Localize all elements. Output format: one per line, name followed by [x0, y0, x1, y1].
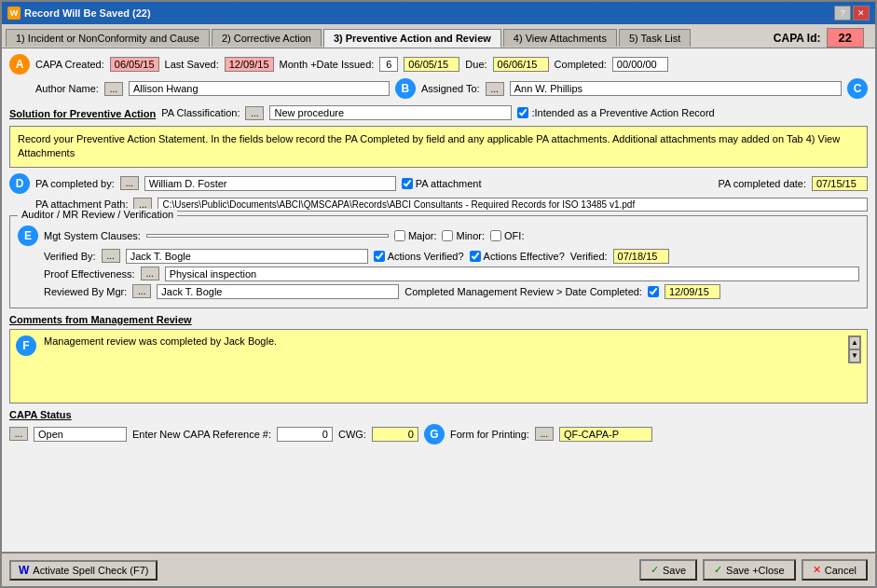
month-label: Month +Date Issued: — [280, 59, 375, 70]
spell-check-label: Activate Spell Check (F7) — [33, 565, 148, 576]
comments-scrollbar[interactable]: ▲ ▼ — [848, 335, 861, 363]
due-field[interactable]: 06/06/15 — [493, 57, 549, 72]
verified-label: Verified: — [570, 251, 608, 262]
save-close-button[interactable]: ✓ Save +Close — [703, 559, 796, 581]
reviewed-by-browse[interactable]: ... — [132, 284, 151, 298]
completed-field[interactable]: 00/00/00 — [612, 57, 668, 72]
mgt-system-label: Mgt System Clauses: — [44, 230, 141, 241]
status-field[interactable]: Open — [34, 427, 127, 442]
content-area: A CAPA Created: 06/05/15 Last Saved: 12/… — [2, 48, 875, 552]
save-button[interactable]: ✓ Save — [639, 559, 697, 581]
header-row-2: Author Name: ... Allison Hwang B Assigne… — [9, 78, 868, 99]
minor-checkbox[interactable] — [442, 230, 453, 241]
last-saved-field[interactable]: 12/09/15 — [225, 57, 274, 72]
actions-effective-label: Actions Effective? — [484, 251, 565, 262]
capa-status-header: CAPA Status — [9, 409, 868, 420]
pa-attachment-path-field[interactable]: C:\Users\Public\Documents\ABCI\QMSCAPA\R… — [158, 198, 868, 212]
proof-browse[interactable]: ... — [141, 267, 159, 280]
auditor-row-3: Proof Effectiveness: ... Physical inspec… — [18, 267, 859, 281]
pa-completed-by-browse[interactable]: ... — [120, 176, 139, 190]
capa-id-value: 22 — [827, 28, 864, 48]
actions-verified-checkbox[interactable] — [374, 251, 385, 262]
author-browse-button[interactable]: ... — [104, 82, 123, 96]
completed-review-date[interactable]: 12/09/15 — [665, 284, 720, 299]
tab-incident[interactable]: 1) Incident or NonConformity and Cause — [6, 29, 210, 47]
capa-created-field[interactable]: 06/05/15 — [110, 57, 159, 72]
actions-effective-checkbox[interactable] — [470, 251, 481, 262]
issued-date-field[interactable]: 06/05/15 — [404, 57, 459, 72]
pa-attachment-checkbox[interactable] — [402, 178, 413, 189]
due-label: Due: — [465, 59, 486, 70]
minor-label: Minor: — [456, 230, 485, 241]
close-button[interactable]: ✕ — [853, 6, 870, 21]
cancel-x-icon: ✕ — [813, 564, 821, 576]
auditor-row-4: Reviewed By Mgr: ... Jack T. Bogle Compl… — [18, 284, 859, 299]
proof-field[interactable]: Physical inspection — [165, 267, 859, 281]
major-label: Major: — [408, 230, 437, 241]
tab-tasklist[interactable]: 5) Task List — [619, 29, 691, 47]
title-bar: W Record Will Be Saved (22) ? ✕ — [2, 2, 875, 24]
help-button[interactable]: ? — [834, 6, 851, 21]
status-browse-button[interactable]: ... — [9, 427, 28, 441]
badge-a: A — [9, 54, 30, 75]
ofi-label: OFI: — [504, 230, 524, 241]
completed-review-checkbox[interactable] — [648, 286, 659, 297]
cancel-label: Cancel — [825, 565, 856, 576]
footer-left: W Activate Spell Check (F7) — [9, 560, 158, 581]
tab-bar: 1) Incident or NonConformity and Cause 2… — [2, 24, 875, 48]
major-checkbox[interactable] — [394, 230, 405, 241]
form-browse-button[interactable]: ... — [535, 427, 554, 441]
comments-header: Comments from Management Review — [9, 314, 868, 325]
pa-completed-date-field[interactable]: 07/15/15 — [812, 176, 868, 191]
intended-checkbox[interactable] — [517, 107, 528, 118]
intended-checkbox-row: :Intended as a Preventive Action Record — [517, 107, 714, 118]
badge-d: D — [9, 173, 30, 194]
verified-by-field[interactable]: Jack T. Bogle — [126, 249, 368, 264]
spell-check-button[interactable]: W Activate Spell Check (F7) — [9, 560, 158, 581]
mgt-system-field[interactable] — [146, 234, 389, 238]
auditor-row-1: E Mgt System Clauses: Major: Minor: OFI: — [18, 226, 859, 246]
cwg-label: CWG: — [338, 429, 366, 440]
author-field[interactable]: Allison Hwang — [129, 81, 390, 96]
main-window: W Record Will Be Saved (22) ? ✕ 1) Incid… — [0, 0, 877, 588]
major-row: Major: — [394, 230, 437, 241]
reviewed-by-field[interactable]: Jack T. Bogle — [157, 284, 399, 299]
assigned-label: Assigned To: — [421, 83, 480, 94]
comments-text: Management review was completed by Jack … — [44, 335, 848, 347]
pa-classification-browse[interactable]: ... — [245, 106, 264, 120]
capa-status-section: CAPA Status ... Open Enter New CAPA Refe… — [9, 409, 868, 444]
scroll-up-arrow[interactable]: ▲ — [849, 336, 860, 349]
tab-corrective[interactable]: 2) Corrective Action — [212, 29, 322, 47]
actions-verified-row: Actions Verified? — [374, 251, 464, 262]
month-field[interactable]: 6 — [379, 57, 398, 72]
verified-by-browse[interactable]: ... — [102, 249, 120, 263]
comments-box: F Management review was completed by Jac… — [9, 329, 868, 403]
pa-completed-by-field[interactable]: William D. Foster — [144, 176, 396, 191]
assigned-browse-button[interactable]: ... — [486, 82, 504, 96]
actions-verified-label: Actions Verified? — [388, 251, 464, 262]
ofi-row: OFI: — [490, 230, 524, 241]
pa-attachment-label: PA attachment — [416, 178, 482, 189]
pa-classification-field[interactable]: New procedure — [269, 105, 512, 120]
pa-section: D PA completed by: ... William D. Foster… — [9, 173, 868, 212]
pa-classification-label: PA Classification: — [161, 107, 240, 118]
new-ref-field[interactable]: 0 — [277, 427, 333, 442]
ofi-checkbox[interactable] — [490, 230, 501, 241]
completed-label: Completed: — [555, 59, 607, 70]
cancel-button[interactable]: ✕ Cancel — [802, 559, 868, 581]
scroll-down-arrow[interactable]: ▼ — [849, 349, 860, 362]
form-field[interactable]: QF-CAPA-P — [559, 427, 652, 442]
header-row-1: A CAPA Created: 06/05/15 Last Saved: 12/… — [9, 54, 868, 75]
info-box: Record your Preventive Action Statement.… — [9, 126, 868, 168]
form-label: Form for Printing: — [450, 429, 529, 440]
verified-date-field[interactable]: 07/18/15 — [613, 249, 669, 264]
save-close-check-icon: ✓ — [714, 564, 722, 576]
cwg-field[interactable]: 0 — [372, 427, 418, 442]
tab-attachments[interactable]: 4) View Attachments — [503, 29, 617, 47]
solution-header: Solution for Preventive Action — [9, 108, 156, 119]
save-checkmark-icon: ✓ — [651, 564, 659, 576]
spell-check-icon: W — [19, 564, 29, 577]
tab-preventive[interactable]: 3) Preventive Action and Review — [323, 29, 501, 48]
assigned-field[interactable]: Ann W. Phillips — [510, 81, 842, 96]
title-bar-buttons: ? ✕ — [834, 6, 870, 21]
